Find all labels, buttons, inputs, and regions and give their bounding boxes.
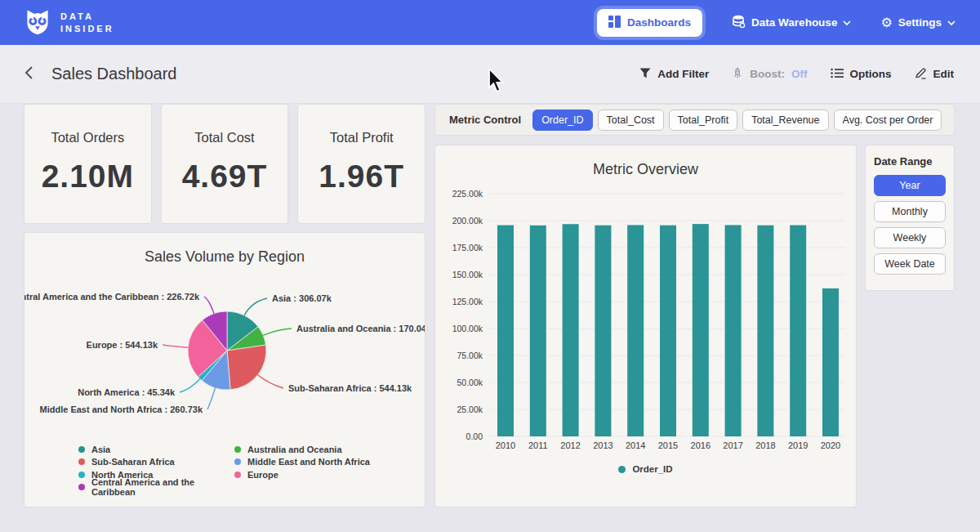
date-range-button-week-date[interactable]: Week Date [874, 253, 946, 275]
pie-leader-line [180, 379, 200, 392]
legend-label: Sub-Saharan Africa [91, 457, 175, 467]
boost-label: Boost: [750, 68, 785, 80]
data-warehouse-menu[interactable]: Data Warehouse [732, 15, 851, 31]
legend-dot [234, 446, 241, 453]
options-button[interactable]: Options [831, 68, 892, 81]
x-axis-tick: 2016 [691, 440, 710, 450]
legend-label: Order_ID [632, 464, 672, 474]
pie-label-europe: Europe : 544.13k [87, 340, 158, 350]
metric-button-total-cost[interactable]: Total_Cost [598, 110, 664, 131]
boost-value: Off [791, 68, 808, 80]
y-axis-tick: 50.00k [457, 378, 483, 387]
y-axis-tick: 75.00k [457, 351, 483, 360]
chevron-down-icon [947, 16, 956, 29]
legend-item-asia[interactable]: Asia [78, 443, 234, 456]
kpi-value: 4.69T [162, 159, 288, 194]
metric-button-order-id[interactable]: Order_ID [532, 110, 592, 131]
bar-2010[interactable] [497, 226, 514, 436]
pie-label-australia-and-oceania: Australia and Oceania : 170.04k [296, 324, 425, 333]
settings-menu[interactable]: ⚙ Settings [880, 16, 956, 29]
bar-2011[interactable] [530, 226, 546, 436]
add-filter-button[interactable]: Add Filter [639, 68, 709, 81]
x-axis-tick: 2019 [788, 440, 808, 450]
legend-dot [234, 472, 241, 478]
pie-label-north-america: North America : 45.34k [78, 387, 176, 397]
pie-label-middle-east-and-north-africa: Middle East and North Africa : 260.73k [40, 405, 203, 414]
kpi-label: Total Cost [162, 130, 288, 145]
pie-label-sub-saharan-africa: Sub-Saharan Africa : 544.13k [288, 383, 412, 393]
y-axis-tick: 150.00k [452, 270, 483, 279]
metric-button-avg-cost-per-order[interactable]: Avg. Cost per Order [834, 110, 942, 131]
x-axis-tick: 2017 [723, 440, 742, 450]
y-axis-tick: 225.00k [452, 189, 483, 199]
legend-item-europe[interactable]: Europe [234, 468, 425, 481]
bar-chart-legend[interactable]: Order_ID [435, 464, 856, 474]
pie-leader-line [263, 329, 292, 335]
legend-item-sub-saharan-africa[interactable]: Sub-Saharan Africa [78, 456, 234, 469]
metric-control-bar: Metric Control Order_ID Total_Cost Total… [435, 105, 954, 135]
data-warehouse-label: Data Warehouse [751, 16, 837, 29]
pie-legend: AsiaSub-Saharan AfricaNorth AmericaCentr… [78, 443, 425, 494]
legend-item-australia-and-oceania[interactable]: Australia and Oceania [234, 443, 425, 456]
legend-dot [78, 484, 85, 490]
x-axis-tick: 2013 [593, 440, 612, 450]
x-axis-tick: 2015 [658, 440, 678, 450]
date-range-button-weekly[interactable]: Weekly [874, 227, 946, 248]
bar-2017[interactable] [725, 225, 742, 436]
date-range-button-year[interactable]: Year [874, 175, 946, 196]
pie-leader-line [163, 345, 188, 347]
y-axis-tick: 100.00k [452, 324, 483, 333]
bar-2014[interactable] [627, 225, 644, 436]
pie-leader-line [244, 298, 267, 315]
pie-chart[interactable]: Asia : 306.07kAustralia and Oceania : 17… [24, 266, 425, 433]
x-axis-tick: 2018 [755, 440, 775, 450]
pie-slice-sub-saharan-africa[interactable] [227, 345, 266, 390]
x-axis-tick: 2011 [528, 440, 548, 450]
owl-logo-icon [23, 7, 52, 39]
legend-item-middle-east-and-north-africa[interactable]: Middle East and North Africa [234, 456, 425, 469]
brand[interactable]: DATA INSIDER [23, 7, 114, 39]
x-axis-tick: 2012 [560, 440, 580, 450]
legend-dot [78, 446, 85, 453]
kpi-card-total-profit: Total Profit 1.96T [298, 105, 425, 223]
kpi-card-total-orders: Total Orders 2.10M [24, 105, 151, 223]
date-range-button-monthly[interactable]: Monthly [874, 201, 946, 222]
pie-leader-line [204, 297, 214, 314]
pie-label-central-america-and-the-caribbean: Central America and the Caribbean : 226.… [24, 292, 200, 302]
add-filter-label: Add Filter [657, 68, 709, 80]
legend-label: Middle East and North Africa [247, 457, 370, 467]
back-button[interactable] [24, 65, 33, 83]
y-axis-tick: 175.00k [452, 243, 483, 253]
legend-dot [78, 472, 85, 478]
y-axis-tick: 25.00k [457, 405, 483, 414]
kpi-value: 1.96T [298, 159, 425, 194]
legend-item-central-america-and-the-caribbean[interactable]: Central America and the Caribbean [78, 481, 234, 494]
kpi-value: 2.10M [24, 159, 151, 194]
x-axis-tick: 2020 [821, 440, 840, 450]
top-nav: DATA INSIDER Dashboards [0, 0, 980, 45]
legend-dot [618, 466, 626, 473]
bar-2015[interactable] [660, 226, 676, 436]
bar-2013[interactable] [595, 226, 611, 436]
legend-label: Europe [247, 470, 278, 480]
dashboards-button[interactable]: Dashboards [597, 9, 702, 37]
bar-2016[interactable] [693, 224, 709, 436]
database-icon [732, 15, 746, 31]
bar-2018[interactable] [757, 226, 773, 436]
bar-chart-card: Metric Overview 225.00k200.00k175.00k150… [435, 145, 856, 507]
rocket-icon [732, 67, 743, 82]
boost-toggle[interactable]: Boost: Off [732, 67, 807, 82]
bar-chart[interactable]: 225.00k200.00k175.00k150.00k125.00k100.0… [435, 178, 856, 456]
bar-2012[interactable] [563, 224, 579, 436]
kpi-card-total-cost: Total Cost 4.69T [162, 105, 288, 223]
list-icon [831, 68, 844, 81]
metric-button-total-profit[interactable]: Total_Profit [669, 110, 738, 131]
options-label: Options [850, 68, 892, 80]
edit-button[interactable]: Edit [915, 67, 955, 82]
bar-2019[interactable] [790, 226, 806, 436]
kpi-label: Total Profit [298, 130, 425, 145]
metric-button-total-revenue[interactable]: Total_Revenue [742, 110, 828, 131]
legend-dot [78, 458, 85, 465]
kpi-label: Total Orders [24, 130, 151, 145]
bar-2020[interactable] [822, 288, 839, 436]
